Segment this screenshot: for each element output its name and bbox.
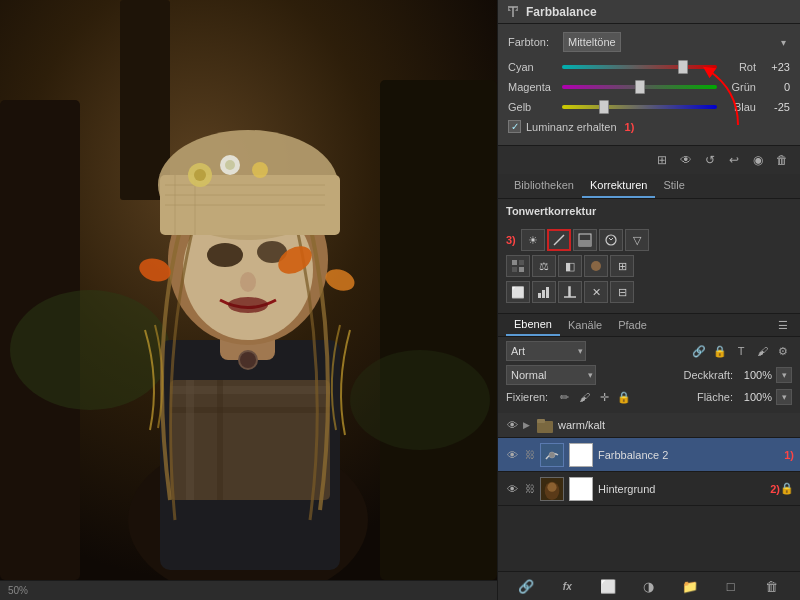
ebenen-controls: Art 🔗 🔒 T 🖌 ⚙ Normal Multiplizieren Bild… (498, 337, 800, 413)
slider-thumb-magenta[interactable] (635, 80, 645, 94)
svg-point-31 (252, 162, 268, 178)
curves-icon[interactable] (547, 229, 571, 251)
fix-move-icon[interactable]: ✛ (596, 389, 612, 405)
threshold-icon[interactable] (558, 281, 582, 303)
zoom-label: 50% (8, 585, 28, 596)
blend-select-wrap[interactable]: Normal Multiplizieren Bildschirm (506, 365, 596, 385)
layer-group-warmkalt[interactable]: 👁 ▶ warm/kalt (498, 413, 800, 438)
ebenen-menu-icon[interactable]: ☰ (774, 316, 792, 334)
tab-bibliotheken[interactable]: Bibliotheken (506, 174, 582, 198)
layer-eye-warmkalt[interactable]: 👁 (504, 417, 520, 433)
layer-farbbalance2[interactable]: 👁 ⛓ Farbbalance 2 1) (498, 438, 800, 472)
layer-name-hintergrund: Hintergrund (598, 483, 766, 495)
svg-point-36 (240, 352, 256, 368)
farbton-select-wrap[interactable]: Mitteltöne Lichter Tiefen (563, 32, 790, 52)
slider-thumb-cyan[interactable] (678, 60, 688, 74)
tab-stile[interactable]: Stile (655, 174, 692, 198)
fix-draw-icon[interactable]: ✏ (556, 389, 572, 405)
new-group-icon[interactable]: 📁 (680, 576, 700, 596)
deckkraft-decrease[interactable]: ▾ (776, 367, 792, 383)
slider-thumb-gelb[interactable] (599, 100, 609, 114)
vibrance-icon[interactable] (599, 229, 623, 251)
art-select-wrap[interactable]: Art (506, 341, 586, 361)
image-panel: 50% (0, 0, 497, 600)
slider-magenta-gruen[interactable] (562, 80, 717, 94)
eye2-icon[interactable]: ◉ (748, 150, 768, 170)
fixieren-label: Fixieren: (506, 391, 548, 403)
undo-icon[interactable]: ↩ (724, 150, 744, 170)
ebenen-row1: Art 🔗 🔒 T 🖌 ⚙ (506, 341, 792, 361)
balance-korr-icon[interactable]: ⚖ (532, 255, 556, 277)
group-triangle-icon[interactable]: ▶ (523, 420, 533, 430)
balance-icon (506, 5, 520, 19)
art-select[interactable]: Art (506, 341, 586, 361)
annotation-3: 3) (506, 234, 516, 246)
layer-eye-hintergrund[interactable]: 👁 (504, 481, 520, 497)
layer-chain-hintergrund[interactable]: ⛓ (523, 482, 537, 496)
blend-select[interactable]: Normal Multiplizieren Bildschirm (506, 365, 596, 385)
right-panel: Farbbalance Farbton: Mitteltöne Lichter … (497, 0, 800, 600)
fix-paint-icon[interactable]: 🖌 (576, 389, 592, 405)
eye-toolbar-icon[interactable]: 👁 (676, 150, 696, 170)
svg-rect-48 (542, 290, 545, 298)
deckkraft-value: 100% (737, 369, 772, 381)
selective-color-icon[interactable]: ✕ (584, 281, 608, 303)
tab-ebenen[interactable]: Ebenen (506, 314, 560, 336)
slider-magenta-label: Magenta (508, 81, 558, 93)
posterize-icon[interactable] (532, 281, 556, 303)
delete-layer-icon[interactable]: 🗑 (761, 576, 781, 596)
tab-korrekturen[interactable]: Korrekturen (582, 174, 655, 198)
svg-rect-45 (519, 267, 524, 272)
link-layers-icon[interactable]: 🔗 (516, 576, 536, 596)
add-adjustment-icon[interactable]: ◑ (639, 576, 659, 596)
link-layer-icon[interactable]: 🔗 (690, 342, 708, 360)
add-mask-icon[interactable]: ⬜ (598, 576, 618, 596)
svg-point-19 (240, 272, 256, 292)
tab-kanaele[interactable]: Kanäle (560, 315, 610, 335)
layer-lock-hintergrund: 🔒 (780, 482, 794, 496)
farbbalance-title: Farbbalance (526, 5, 597, 19)
annotation-1: 1) (625, 121, 635, 133)
brightness-icon[interactable]: ☀ (521, 229, 545, 251)
svg-point-28 (194, 169, 206, 181)
svg-rect-40 (579, 240, 591, 246)
svg-point-18 (228, 297, 268, 313)
exposure-icon[interactable] (573, 229, 597, 251)
farbton-select[interactable]: Mitteltöne Lichter Tiefen (563, 32, 621, 52)
lock-layer-icon[interactable]: 🔒 (711, 342, 729, 360)
cycle-icon[interactable]: ↺ (700, 150, 720, 170)
svg-point-46 (591, 261, 601, 271)
settings-layer-icon[interactable]: ⚙ (774, 342, 792, 360)
farbbalance-body: Farbton: Mitteltöne Lichter Tiefen Cyan … (498, 24, 800, 145)
fx-icon[interactable]: fx (557, 576, 577, 596)
slider-cyan-rot[interactable] (562, 60, 717, 74)
blend-row: Normal Multiplizieren Bildschirm Deckkra… (506, 365, 792, 385)
slider-track-gelb (562, 105, 717, 109)
layer-chain-farbbalance[interactable]: ⛓ (523, 448, 537, 462)
photo-filter-icon[interactable] (584, 255, 608, 277)
channel-mixer-icon[interactable]: ⊟ (610, 281, 634, 303)
trash-icon[interactable]: 🗑 (772, 150, 792, 170)
paint-layer-icon[interactable]: 🖌 (753, 342, 771, 360)
svg-point-30 (225, 160, 235, 170)
slider-gelb-blau[interactable] (562, 100, 717, 114)
layer-hintergrund[interactable]: 👁 ⛓ Hintergrund 2) 🔒 (498, 472, 800, 506)
hsl-icon[interactable] (506, 255, 530, 277)
korrekturen-icons-row3: ⬜ ✕ ⊟ (506, 281, 792, 303)
luminanz-checkbox[interactable]: ✓ (508, 120, 521, 133)
layer-thumb-hintergrund (540, 477, 564, 501)
layer-mask-farbbalance (569, 443, 593, 467)
ebenen-tabs: Ebenen Kanäle Pfade ☰ (498, 313, 800, 337)
triangle-down-icon[interactable]: ▽ (625, 229, 649, 251)
grid-icon[interactable]: ⊞ (652, 150, 672, 170)
fix-all-icon[interactable]: 🔒 (616, 389, 632, 405)
bw-icon[interactable]: ◧ (558, 255, 582, 277)
type-layer-icon[interactable]: T (732, 342, 750, 360)
tab-pfade[interactable]: Pfade (610, 315, 655, 335)
layer-eye-farbbalance[interactable]: 👁 (504, 447, 520, 463)
flaeche-decrease[interactable]: ▾ (776, 389, 792, 405)
new-layer-icon[interactable]: □ (721, 576, 741, 596)
gradient-map-icon[interactable]: ⊞ (610, 255, 634, 277)
invert-icon[interactable]: ⬜ (506, 281, 530, 303)
deckkraft-label: Deckkraft: (683, 369, 733, 381)
